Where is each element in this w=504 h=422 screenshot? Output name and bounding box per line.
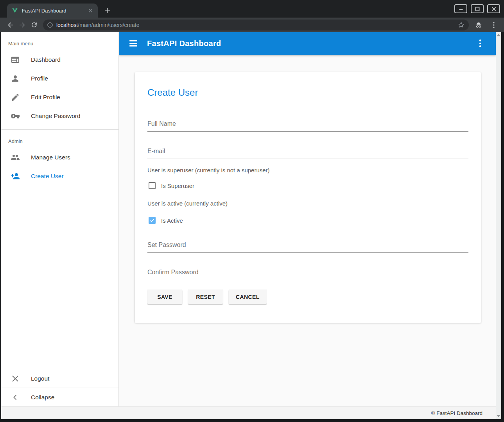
app-bar: FastAPI Dashboard	[119, 32, 496, 55]
sidebar-item-label: Logout	[31, 375, 49, 382]
sidebar-item-label: Edit Profile	[31, 94, 60, 101]
email-input[interactable]	[147, 147, 468, 159]
sidebar-item-label: Change Password	[31, 113, 81, 120]
sidebar-item-profile[interactable]: Profile	[1, 69, 118, 88]
active-hint: User is active (currently active)	[147, 200, 468, 207]
page: Main menu Dashboard Profile Edit Profile	[1, 32, 501, 419]
people-icon	[11, 153, 20, 162]
sidebar-item-dashboard[interactable]: Dashboard	[1, 50, 118, 69]
sidebar-item-label: Manage Users	[31, 154, 70, 161]
maximize-button[interactable]	[471, 4, 484, 13]
window-controls	[454, 4, 500, 13]
sidebar-section-main-menu: Main menu	[1, 32, 118, 50]
bookmark-star-icon[interactable]	[457, 21, 465, 29]
chevron-left-icon	[11, 393, 20, 402]
vue-logo-icon	[12, 7, 18, 14]
sidebar-item-manage-users[interactable]: Manage Users	[1, 148, 118, 167]
forward-icon[interactable]	[16, 19, 28, 31]
url-text[interactable]: localhost/main/admin/users/create	[56, 22, 457, 28]
form-buttons: SAVE RESET CANCEL	[147, 290, 468, 304]
info-icon[interactable]	[47, 22, 53, 28]
scrollbar-up-arrow[interactable]	[497, 34, 500, 36]
reset-button[interactable]: RESET	[188, 290, 223, 304]
sidebar-item-label: Profile	[31, 75, 48, 82]
set-password-input[interactable]	[147, 241, 468, 253]
sidebar-bottom: Logout Collapse	[1, 369, 118, 406]
toolbar-right-icons	[474, 21, 498, 29]
tab-close-icon[interactable]	[87, 7, 94, 14]
new-tab-icon[interactable]	[103, 6, 111, 15]
is-superuser-row: Is Superuser	[147, 182, 468, 189]
browser-toolbar: localhost/main/admin/users/create	[0, 18, 504, 32]
sidebar-item-logout[interactable]: Logout	[1, 369, 118, 388]
sidebar-item-create-user[interactable]: Create User	[1, 167, 118, 186]
address-bar[interactable]: localhost/main/admin/users/create	[43, 20, 469, 30]
appbar-kebab-menu-icon[interactable]	[475, 39, 485, 48]
browser-tab[interactable]: FastAPI Dashboard	[7, 4, 98, 18]
url-host: localhost	[56, 22, 78, 28]
save-button[interactable]: SAVE	[147, 290, 182, 304]
sidebar-section-admin: Admin	[1, 130, 118, 148]
incognito-icon	[474, 21, 483, 29]
minimize-button[interactable]	[454, 4, 467, 13]
browser-menu-kebab-icon[interactable]	[490, 21, 498, 29]
hamburger-menu-icon[interactable]	[128, 38, 138, 48]
page-scrollbar[interactable]	[496, 32, 501, 419]
is-superuser-checkbox[interactable]	[149, 182, 156, 189]
person-icon	[11, 74, 20, 83]
dashboard-icon	[11, 55, 20, 64]
sidebar-item-label: Collapse	[31, 394, 54, 401]
key-icon	[11, 111, 20, 121]
sidebar-item-change-password[interactable]: Change Password	[1, 107, 118, 125]
browser-window: FastAPI Dashboard	[0, 0, 504, 422]
confirm-password-input[interactable]	[147, 268, 468, 280]
main-content: FastAPI Dashboard Create User User is su…	[119, 32, 496, 406]
is-active-label: Is Active	[161, 217, 183, 224]
browser-titlebar: FastAPI Dashboard	[0, 0, 504, 18]
page-title: Create User	[147, 72, 468, 98]
sidebar-item-label: Dashboard	[31, 56, 61, 63]
cancel-button[interactable]: CANCEL	[229, 290, 267, 304]
is-superuser-label: Is Superuser	[161, 182, 194, 189]
create-user-card: Create User User is superuser (currently…	[135, 72, 481, 323]
superuser-hint: User is superuser (currently is not a su…	[147, 167, 468, 173]
appbar-title: FastAPI Dashboard	[147, 39, 221, 48]
logout-close-icon	[11, 374, 20, 383]
person-add-icon	[11, 172, 20, 181]
page-footer: © FastAPI Dashboard	[1, 406, 496, 419]
tab-title: FastAPI Dashboard	[22, 8, 87, 14]
full-name-input[interactable]	[147, 120, 468, 132]
reload-icon[interactable]	[28, 19, 40, 31]
is-active-checkbox[interactable]	[149, 217, 156, 224]
close-window-button[interactable]	[487, 4, 500, 13]
url-path: /main/admin/users/create	[78, 22, 139, 28]
sidebar: Main menu Dashboard Profile Edit Profile	[1, 32, 119, 406]
back-icon[interactable]	[5, 19, 16, 31]
copyright-text: © FastAPI Dashboard	[431, 410, 482, 416]
scrollbar-down-arrow[interactable]	[497, 415, 500, 417]
sidebar-item-collapse[interactable]: Collapse	[1, 388, 118, 406]
pencil-icon	[11, 93, 20, 102]
sidebar-item-label: Create User	[31, 173, 64, 180]
is-active-row: Is Active	[147, 217, 468, 224]
sidebar-item-edit-profile[interactable]: Edit Profile	[1, 88, 118, 107]
